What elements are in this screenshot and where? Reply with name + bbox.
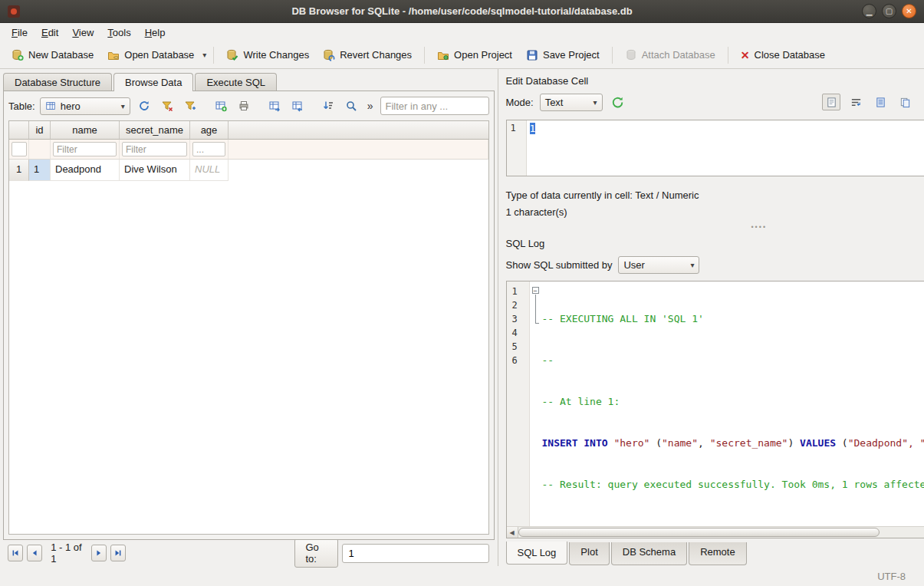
table-icon (45, 100, 56, 111)
sql-log-line: -- Result: query executed successfully. … (542, 478, 924, 492)
find-button[interactable] (342, 97, 360, 115)
insert-record-button[interactable] (212, 97, 230, 115)
menu-view[interactable]: View (65, 25, 100, 41)
sql-log-text: -- EXECUTING ALL IN 'SQL 1' -- -- At lin… (542, 281, 924, 526)
data-grid: id name secret_name age 1 1 (8, 120, 489, 535)
filter-any-input[interactable] (380, 97, 489, 115)
cell-editor-value[interactable]: 1 (530, 123, 536, 134)
minimize-button[interactable]: ▁ (862, 4, 876, 18)
maximize-button[interactable]: ▢ (882, 4, 896, 18)
first-page-button[interactable] (8, 545, 23, 561)
revert-changes-icon (323, 49, 335, 61)
close-database-button[interactable]: ✕ Close Database (734, 45, 832, 65)
toolbar-overflow-chevron[interactable]: » (365, 100, 376, 112)
clear-filters-button[interactable] (158, 97, 176, 115)
fold-column: − (530, 281, 542, 526)
cell-info-row: Type of data currently in cell: Text / N… (506, 187, 924, 221)
right-dock-area: Edit Database Cell ✕ Mode: Text ▾ 1 1 (498, 69, 924, 566)
window-title: DB Browser for SQLite - /home/user/code/… (0, 5, 924, 17)
write-changes-icon (226, 49, 238, 61)
goto-input[interactable] (342, 544, 489, 563)
save-project-button[interactable]: Save Project (519, 45, 607, 65)
open-cell-data-button[interactable] (871, 94, 889, 110)
main-area: Database Structure Browse Data Execute S… (0, 69, 924, 566)
next-page-button[interactable] (91, 545, 107, 561)
export-table-button[interactable] (265, 97, 284, 115)
table-select[interactable]: hero ▾ (40, 97, 130, 115)
encoding-indicator[interactable]: UTF-8 (877, 571, 906, 582)
close-button[interactable]: ✕ (902, 4, 916, 18)
filter-id-input[interactable] (12, 142, 27, 156)
toolbar-separator (728, 47, 728, 64)
column-header-name[interactable]: name (51, 121, 120, 140)
column-header-id[interactable]: id (29, 121, 51, 140)
menu-help[interactable]: Help (138, 25, 173, 41)
export-cell-button[interactable] (920, 94, 924, 110)
chevron-down-icon: ▾ (594, 98, 597, 107)
tab-database-structure[interactable]: Database Structure (3, 73, 112, 91)
copy-cell-button[interactable] (896, 94, 914, 110)
tab-remote[interactable]: Remote (689, 542, 747, 565)
text-view-button[interactable] (822, 94, 840, 110)
horizontal-scrollbar[interactable]: ◀ ▶ (507, 526, 924, 538)
sort-button[interactable] (319, 97, 337, 115)
close-database-label: Close Database (755, 49, 826, 61)
attach-database-button[interactable]: Attach Database (618, 45, 722, 65)
open-database-button[interactable]: Open Database (100, 45, 201, 65)
previous-page-button[interactable] (27, 545, 42, 561)
last-page-button[interactable] (110, 545, 126, 561)
menu-file[interactable]: File (5, 25, 35, 41)
revert-changes-button[interactable]: Revert Changes (316, 45, 419, 65)
scroll-left-icon[interactable]: ◀ (507, 527, 518, 538)
import-table-button[interactable] (288, 97, 307, 115)
tab-plot[interactable]: Plot (569, 542, 609, 565)
main-tab-bar: Database Structure Browse Data Execute S… (0, 69, 498, 91)
cell-name[interactable]: Deadpond (51, 160, 120, 181)
open-database-dropdown[interactable]: ▾ (201, 48, 208, 62)
cell-id[interactable]: 1 (29, 160, 51, 181)
filter-secret-name-cell (120, 140, 190, 160)
filter-row-corner (9, 140, 29, 160)
grid-corner[interactable] (9, 121, 29, 140)
dock-splitter-handle[interactable]: •••• (506, 221, 924, 232)
column-header-secret-name[interactable]: secret_name (120, 121, 190, 140)
save-filter-button[interactable] (181, 97, 199, 115)
column-header-age[interactable]: age (190, 121, 229, 140)
show-sql-label: Show SQL submitted by (506, 259, 613, 271)
scrollbar-thumb[interactable] (518, 528, 880, 537)
mode-select[interactable]: Text ▾ (540, 94, 603, 111)
goto-button[interactable]: Go to: (294, 538, 338, 568)
cell-editor[interactable]: 1 1 (506, 120, 924, 176)
new-database-button[interactable]: New Database (5, 45, 100, 65)
filter-secret-name-input[interactable] (122, 142, 187, 156)
refresh-button[interactable] (135, 97, 153, 115)
chevron-down-icon: ▾ (121, 102, 125, 110)
table-label: Table: (8, 100, 35, 112)
word-wrap-button[interactable] (847, 94, 865, 110)
collapse-icon[interactable]: − (532, 287, 539, 294)
cell-age[interactable]: NULL (190, 160, 229, 181)
tab-execute-sql[interactable]: Execute SQL (195, 73, 277, 91)
sql-source-select[interactable]: User ▾ (618, 256, 699, 274)
auto-format-button[interactable] (609, 94, 627, 110)
tab-db-schema[interactable]: DB Schema (611, 542, 687, 565)
write-changes-button[interactable]: Write Changes (219, 45, 316, 65)
edit-cell-toolbar: Mode: Text ▾ (506, 89, 924, 115)
open-project-button[interactable]: Open Project (430, 45, 519, 65)
print-records-button[interactable] (235, 97, 253, 115)
filter-age-input[interactable] (192, 142, 225, 156)
menu-tools[interactable]: Tools (100, 25, 137, 41)
browse-controls: Table: hero ▾ » (4, 91, 494, 119)
sql-log-line: -- EXECUTING ALL IN 'SQL 1' (542, 312, 924, 326)
filter-name-input[interactable] (53, 142, 117, 156)
menu-edit[interactable]: Edit (35, 25, 65, 41)
tab-browse-data[interactable]: Browse Data (113, 73, 193, 91)
main-toolbar: New Database Open Database ▾ Write Chang… (0, 41, 924, 69)
cell-secret-name[interactable]: Dive Wilson (120, 160, 190, 181)
row-header[interactable]: 1 (9, 160, 29, 181)
edit-cell-dock-header: Edit Database Cell ✕ (506, 69, 924, 89)
browse-data-frame: Table: hero ▾ » (3, 91, 495, 540)
menu-bar: File Edit View Tools Help (0, 23, 924, 41)
tab-sql-log[interactable]: SQL Log (506, 542, 568, 565)
sql-source-value: User (623, 259, 644, 271)
